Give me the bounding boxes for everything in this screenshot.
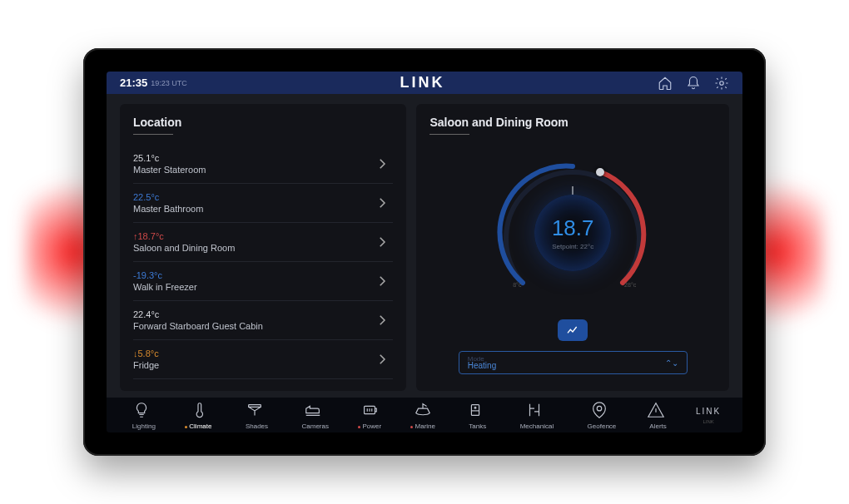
nav-label: Tanks (464, 422, 486, 430)
gauge-setpoint: Setpoint: 22°c (552, 243, 593, 250)
location-temp: 22.5°c (133, 192, 203, 202)
nav-brand-sub: LINK (703, 419, 713, 424)
shade-icon (246, 401, 264, 419)
chevron-right-icon (375, 274, 390, 289)
location-row[interactable]: 5.8°c Fridge (133, 340, 393, 379)
chevron-right-icon (375, 195, 390, 210)
chevron-right-icon (375, 313, 390, 328)
nav-brand-label: LINK (696, 407, 721, 416)
nav-label: Marine (410, 422, 435, 430)
camera-icon (304, 401, 322, 419)
nav-item-geofence[interactable]: Geofence (583, 401, 616, 430)
mech-icon (525, 401, 544, 419)
location-row[interactable]: 18.7°c Saloon and Dining Room (133, 223, 393, 262)
screen: 21:35 19:23 UTC LINK Location 25.1°c Mas… (107, 72, 742, 432)
gauge-value: 18.7 (552, 215, 594, 241)
location-temp: 25.1°c (133, 153, 206, 163)
nav-label: Climate (185, 422, 211, 430)
chevron-right-icon (375, 352, 390, 367)
nav-item-shades[interactable]: Shades (241, 401, 268, 430)
svg-point-4 (474, 407, 476, 408)
nav-brand[interactable]: LINKLINK (696, 407, 721, 424)
nav-item-alerts[interactable]: Alerts (646, 401, 667, 430)
tank-icon (466, 401, 484, 419)
dropdown-arrows-icon: ⌃⌄ (665, 358, 678, 368)
location-panel-title: Location (133, 116, 393, 140)
nav-item-mechanical[interactable]: Mechanical (515, 401, 554, 430)
detail-panel: Saloon and Dining Room (416, 104, 729, 391)
detail-panel-title: Saloon and Dining Room (429, 116, 716, 140)
alerts-icon (647, 401, 665, 419)
nav-item-power[interactable]: Power (358, 401, 381, 430)
gear-icon[interactable] (714, 76, 729, 91)
location-row[interactable]: 22.5°c Master Bathroom (133, 184, 393, 223)
nav-label: Cameras (297, 422, 329, 430)
bell-icon[interactable] (686, 76, 701, 91)
nav-label: Mechanical (515, 422, 554, 430)
location-panel: Location 25.1°c Master Stateroom 22.5°c … (120, 104, 406, 391)
location-list: 25.1°c Master Stateroom 22.5°c Master Ba… (133, 145, 393, 379)
boat-icon (414, 401, 432, 419)
battery-icon (360, 401, 379, 419)
svg-point-0 (720, 81, 724, 85)
location-row[interactable]: -19.3°c Walk in Freezer (133, 262, 393, 301)
thermo-icon (189, 401, 207, 419)
device-frame: 21:35 19:23 UTC LINK Location 25.1°c Mas… (83, 48, 766, 456)
chart-icon (566, 324, 579, 337)
nav-label: Alerts (646, 422, 667, 430)
gauge-max-label: 28°c (624, 282, 636, 288)
nav-item-cameras[interactable]: Cameras (297, 401, 329, 430)
header-bar: 21:35 19:23 UTC LINK (107, 72, 742, 94)
header-icon-group (658, 76, 729, 91)
svg-point-5 (598, 406, 603, 411)
location-temp: 22.4°c (133, 309, 263, 319)
app-title: LINK (187, 74, 658, 91)
location-name: Saloon and Dining Room (133, 243, 235, 253)
mode-select-value: Heating (468, 361, 496, 370)
temperature-gauge[interactable]: 18.7 Setpoint: 22°c 8°c 28°c (489, 150, 656, 316)
chevron-right-icon (375, 156, 390, 171)
location-name: Master Bathroom (133, 204, 203, 214)
clock-time: 21:35 (120, 77, 147, 89)
location-row[interactable]: 25.1°c Master Stateroom (133, 145, 393, 184)
location-row[interactable]: 22.4°c Forward Starboard Guest Cabin (133, 301, 393, 340)
nav-item-tanks[interactable]: Tanks (464, 401, 486, 430)
nav-item-lighting[interactable]: Lighting (128, 401, 156, 430)
svg-rect-3 (472, 404, 479, 415)
location-name: Walk in Freezer (133, 282, 197, 292)
gauge-area: 18.7 Setpoint: 22°c 8°c 28°c Mode Heatin… (429, 145, 716, 379)
location-temp: 18.7°c (133, 231, 235, 241)
location-temp: -19.3°c (133, 270, 197, 280)
location-temp: 5.8°c (133, 348, 159, 358)
location-name: Master Stateroom (133, 165, 206, 175)
location-name: Fridge (133, 360, 159, 370)
nav-label: Shades (241, 422, 268, 430)
nav-label: Lighting (128, 422, 156, 430)
chevron-right-icon (375, 235, 390, 250)
geo-icon (590, 401, 608, 419)
home-icon[interactable] (658, 76, 673, 91)
bottom-nav: Lighting Climate Shades Cameras Power Ma… (107, 398, 742, 432)
mode-select[interactable]: Mode Heating ⌃⌄ (459, 351, 688, 374)
clock-timezone: 19:23 UTC (151, 79, 187, 87)
main-content: Location 25.1°c Master Stateroom 22.5°c … (107, 94, 742, 398)
gauge-min-label: 8°c (513, 282, 521, 288)
nav-label: Power (358, 422, 381, 430)
nav-item-climate[interactable]: Climate (185, 401, 211, 430)
nav-item-marine[interactable]: Marine (410, 401, 435, 430)
bulb-icon (132, 401, 151, 419)
gauge-center: 18.7 Setpoint: 22°c (534, 195, 611, 271)
nav-label: Geofence (583, 422, 616, 430)
location-name: Forward Starboard Guest Cabin (133, 321, 263, 331)
chart-button[interactable] (558, 319, 588, 341)
